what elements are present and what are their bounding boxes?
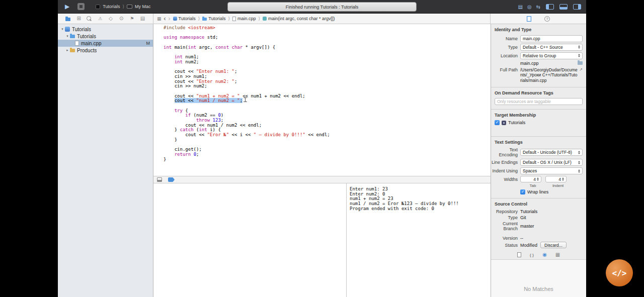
breakpoints-button[interactable] (168, 177, 175, 182)
debug-bar (153, 176, 491, 183)
symbols-navigator-icon[interactable] (75, 16, 82, 22)
no-matches-text: No Matches (491, 286, 586, 292)
breadcrumb-label: Tutorials (208, 16, 225, 21)
location-value: Relative to Group (523, 53, 556, 58)
open-path-icon[interactable] (579, 67, 583, 72)
version-editor-icon[interactable] (536, 5, 540, 10)
back-button[interactable] (164, 16, 166, 22)
forward-button[interactable] (169, 16, 171, 22)
identity-section: Identity and Type Name Type Default - C+… (491, 24, 586, 87)
main-toolbar: Tutorials My Mac Finished running Tutori… (58, 0, 586, 14)
toggle-navigator-button[interactable] (546, 4, 554, 10)
navigator-item-tutorials[interactable]: ▾Tutorials (58, 26, 153, 33)
fullpath-label: Full Path (491, 67, 520, 72)
navigator-item-label: Tutorials (72, 27, 91, 32)
find-navigator-icon[interactable] (86, 16, 93, 22)
disclosure-triangle-icon[interactable]: ▾ (60, 27, 65, 31)
location-dropdown[interactable]: Relative to Group (520, 52, 583, 59)
odr-section-title: On Demand Resource Tags (491, 89, 586, 97)
tab-width-stepper[interactable]: 4 (520, 176, 541, 182)
discard-button[interactable]: Discard... (540, 242, 567, 248)
standard-editor-icon[interactable] (518, 5, 522, 10)
code-line: int main(int argc, const char * argv[]) … (164, 45, 330, 50)
wrap-lines-checkbox[interactable] (520, 189, 525, 194)
tests-navigator-icon[interactable] (108, 16, 114, 22)
related-items-icon[interactable] (157, 16, 162, 21)
location-label: Location (491, 53, 520, 58)
object-library-icon[interactable] (542, 252, 547, 257)
odr-section: On Demand Resource Tags (491, 87, 586, 110)
utilities-panel: Identity and Type Name Type Default - C+… (491, 24, 586, 297)
issues-navigator-icon[interactable] (97, 16, 103, 22)
indent-using-dropdown[interactable]: Spaces (520, 167, 583, 174)
folder-yellow-icon (70, 49, 75, 52)
encoding-label: Text Encoding (491, 147, 520, 157)
odr-tags-input[interactable] (495, 98, 583, 105)
variables-view[interactable] (153, 183, 346, 297)
encoding-dropdown[interactable]: Default - Unicode (UTF-8) (520, 149, 583, 156)
indent-using-label: Indent Using (491, 168, 520, 173)
project-icon (173, 17, 177, 21)
text-settings-section: Text Settings Text Encoding Default - Un… (491, 137, 586, 199)
inspector-tab-bar (491, 14, 586, 24)
encoding-value: Default - Unicode (UTF-8) (523, 150, 572, 155)
debug-navigator-icon[interactable] (118, 16, 125, 22)
run-button[interactable] (65, 4, 69, 10)
wrap-lines-label: Wrap lines (527, 189, 548, 194)
project-navigator-icon[interactable] (65, 16, 71, 22)
choose-folder-icon[interactable] (578, 61, 583, 65)
stepper-arrows-icon (536, 176, 540, 182)
version-label: Version (491, 236, 520, 241)
breadcrumb-item[interactable]: Tutorials (202, 16, 225, 21)
console-line: Program ended with exit code: 0 (350, 207, 491, 212)
assistant-editor-icon[interactable] (527, 5, 532, 10)
toolbar-right-group (518, 0, 581, 14)
dropdown-arrows-icon (577, 44, 581, 50)
breadcrumb-label: main(int argc, const char * argv[]) (268, 16, 335, 21)
code-snippets-icon[interactable] (530, 252, 534, 257)
name-field[interactable] (520, 35, 583, 42)
file-templates-icon[interactable] (517, 252, 521, 257)
indent-using-value: Spaces (523, 168, 537, 173)
debug-area-toggle-icon[interactable] (157, 177, 162, 182)
text-settings-title: Text Settings (491, 139, 586, 147)
breadcrumb-item[interactable]: Tutorials (173, 16, 196, 21)
file-icon (75, 41, 79, 46)
code-line: cin >> num2; (164, 84, 330, 89)
type-label: Type (491, 45, 520, 50)
quick-help-icon[interactable] (544, 16, 550, 22)
breadcrumb-item[interactable]: main.cpp (232, 16, 256, 21)
disclosure-triangle-icon[interactable]: ▾ (65, 34, 70, 38)
reports-navigator-icon[interactable] (139, 16, 146, 22)
scheme-selector[interactable]: Tutorials My Mac (96, 4, 150, 9)
folder-blue-icon (70, 35, 75, 38)
line-endings-dropdown[interactable]: Default - OS X / Unix (LF) (520, 159, 583, 166)
type-dropdown[interactable]: Default - C++ Source (520, 44, 583, 51)
navigator-item-tutorials[interactable]: ▾Tutorials (58, 33, 153, 40)
disclosure-triangle-icon[interactable]: ▸ (65, 48, 70, 52)
target-name: Tutorials (508, 120, 525, 125)
stop-button[interactable] (77, 3, 85, 10)
target-checkbox[interactable] (495, 120, 500, 125)
navigator-item-products[interactable]: ▸Products (58, 47, 153, 54)
toggle-debug-area-button[interactable] (559, 4, 568, 10)
file-inspector-icon[interactable] (527, 16, 531, 22)
breakpoints-navigator-icon[interactable] (129, 16, 135, 22)
navigator-tab-bar (58, 14, 153, 24)
breadcrumb-label: Tutorials (179, 16, 196, 21)
navigator-item-main-cpp[interactable]: main.cppM (58, 40, 153, 47)
toggle-utilities-button[interactable] (573, 4, 581, 10)
target-icon (502, 121, 506, 125)
mac-destination-icon (127, 5, 132, 9)
project-icon (65, 27, 70, 32)
console-output[interactable]: Enter num1: 23Enter num2: 0num1 + num2 =… (346, 183, 491, 297)
source-editor[interactable]: #include <iostream> using namespace std;… (153, 24, 491, 176)
scheme-project-label: Tutorials (103, 4, 120, 9)
scheme-destination-label: My Mac (135, 4, 151, 9)
library-tab-bar (491, 250, 586, 260)
indent-width-stepper[interactable]: 4 (545, 176, 567, 182)
breadcrumb-item[interactable]: main(int argc, const char * argv[]) (263, 16, 335, 21)
source-control-section: Source Control Repository Tutorials Type… (491, 199, 586, 250)
repository-label: Repository (491, 209, 520, 214)
media-library-icon[interactable] (555, 252, 560, 257)
